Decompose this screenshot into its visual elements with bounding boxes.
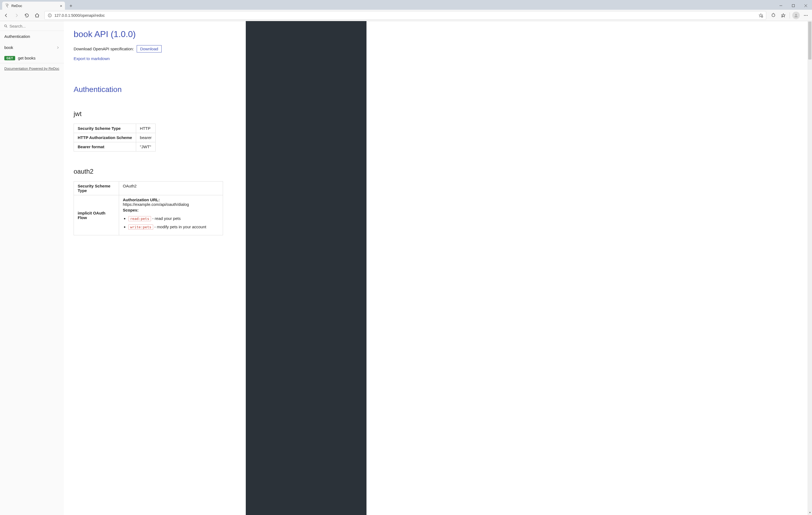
profile-button[interactable] (791, 11, 801, 20)
nav-reload-button[interactable] (22, 11, 31, 20)
svg-point-13 (804, 15, 805, 16)
svg-point-15 (807, 15, 808, 16)
right-dark-panel (246, 21, 367, 515)
sidebar-item-book[interactable]: book (0, 42, 64, 53)
favorites-button[interactable] (779, 11, 788, 20)
browser-tab[interactable]: ReDoc × (2, 2, 65, 10)
redoc-favicon-icon (5, 3, 9, 8)
toolbar-divider (789, 12, 790, 19)
main-content: book API (1.0.0) Download OpenAPI specif… (64, 21, 246, 515)
jwt-table: Security Scheme Type HTTP HTTP Authoriza… (74, 124, 156, 151)
table-value: HTTP (136, 124, 155, 133)
table-key: Security Scheme Type (74, 181, 119, 195)
nav-forward-button[interactable] (12, 11, 21, 20)
table-row: Bearer format "JWT" (74, 142, 156, 151)
extensions-button[interactable] (769, 11, 778, 20)
scope-desc: - read your pets (151, 216, 180, 221)
api-title: book API (1.0.0) (74, 29, 236, 39)
svg-point-16 (5, 25, 7, 27)
table-value: OAuth2 (119, 181, 223, 195)
address-bar[interactable] (45, 11, 766, 20)
site-info-icon[interactable] (47, 13, 52, 18)
auth-url-label: Authorization URL: (123, 198, 160, 202)
search-icon (4, 24, 8, 28)
table-value: bearer (136, 133, 155, 142)
list-item: write:pets - modify pets in your account (128, 224, 219, 229)
sidebar: Authentication book GET get books Docume… (0, 21, 64, 515)
http-method-badge: GET (4, 56, 15, 60)
sidebar-operation-label: get books (18, 56, 35, 60)
download-spec-label: Download OpenAPI specification: (74, 47, 134, 51)
list-item: read:pets - read your pets (128, 216, 219, 221)
scope-desc: - modify pets in your account (153, 224, 206, 229)
table-key: Security Scheme Type (74, 124, 136, 133)
auth-url-value: https://example.com/api/oauth/dialog (123, 202, 189, 207)
more-menu-button[interactable] (801, 11, 810, 20)
scopes-label: Scopes: (123, 208, 219, 212)
tab-close-icon[interactable]: × (60, 3, 62, 8)
sidebar-item-label: Authentication (4, 34, 30, 39)
table-row: Security Scheme Type HTTP (74, 124, 156, 133)
new-tab-button[interactable]: + (67, 2, 75, 10)
nav-back-button[interactable] (2, 11, 11, 20)
svg-line-17 (6, 27, 7, 27)
download-button[interactable]: Download (137, 45, 162, 53)
sidebar-operation-get-books[interactable]: GET get books (0, 53, 64, 63)
table-row: HTTP Authorization Scheme bearer (74, 133, 156, 142)
table-key: Bearer format (74, 142, 136, 151)
scopes-list: read:pets - read your pets write:pets - … (128, 216, 219, 229)
tab-title: ReDoc (11, 4, 22, 8)
oauth2-scheme-title: oauth2 (74, 168, 236, 175)
avatar-icon (792, 12, 800, 19)
authentication-section-title: Authentication (74, 85, 236, 94)
window-close-button[interactable] (800, 2, 812, 10)
table-key: implicit OAuth Flow (74, 195, 119, 235)
table-value: "JWT" (136, 142, 155, 151)
svg-point-5 (50, 14, 50, 15)
scope-code: read:pets (128, 216, 151, 221)
add-favorite-icon[interactable] (758, 13, 763, 18)
scrollbar-down-icon[interactable]: ▾ (808, 510, 812, 514)
svg-rect-6 (50, 15, 50, 16)
scope-code: write:pets (128, 224, 153, 230)
address-input[interactable] (54, 13, 756, 18)
sidebar-item-authentication[interactable]: Authentication (0, 31, 64, 42)
sidebar-item-label: book (4, 45, 13, 50)
window-minimize-button[interactable] (775, 2, 787, 10)
export-to-markdown-link[interactable]: Export to markdown (74, 56, 236, 61)
scrollbar-thumb[interactable] (808, 22, 811, 60)
table-row: implicit OAuth Flow Authorization URL: h… (74, 195, 223, 235)
search-input[interactable] (9, 24, 60, 28)
svg-point-14 (806, 15, 806, 16)
oauth2-table: Security Scheme Type OAuth2 implicit OAu… (74, 181, 223, 235)
powered-by-redoc-link[interactable]: Documentation Powered by ReDoc (0, 63, 64, 74)
nav-home-button[interactable] (32, 11, 42, 20)
table-key: HTTP Authorization Scheme (74, 133, 136, 142)
svg-rect-1 (792, 5, 795, 7)
jwt-scheme-title: jwt (74, 110, 236, 118)
scrollbar[interactable]: ▾ (808, 21, 812, 515)
chevron-right-icon (56, 46, 60, 49)
window-maximize-button[interactable] (787, 2, 800, 10)
svg-point-12 (795, 14, 797, 16)
table-row: Security Scheme Type OAuth2 (74, 181, 223, 195)
table-value: Authorization URL: https://example.com/a… (119, 195, 223, 235)
